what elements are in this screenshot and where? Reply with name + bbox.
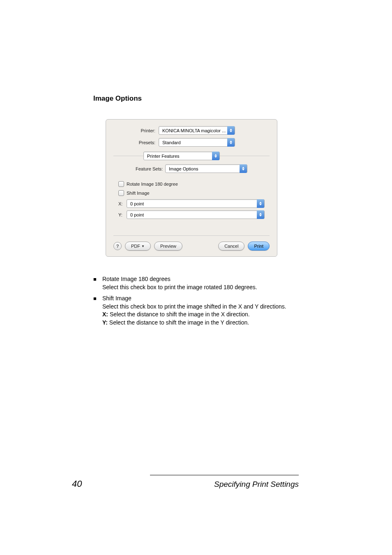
divider-line — [220, 156, 270, 156]
rotate-checkbox-label: Rotate Image 180 degree — [127, 182, 178, 187]
bullet-title: Shift Image — [102, 295, 299, 303]
bullet-desc: X: Select the distance to shift the imag… — [102, 311, 299, 319]
stepper-arrows-icon — [227, 138, 235, 147]
presets-select-text: Standard — [159, 140, 227, 145]
cancel-button-label: Cancel — [224, 244, 238, 249]
bullet-desc: Y: Select the distance to shift the imag… — [102, 319, 299, 327]
bullet-item: ■ Shift Image Select this check box to p… — [93, 295, 299, 327]
pane-select[interactable]: Printer Features — [143, 152, 220, 160]
print-button[interactable]: Print — [248, 242, 270, 251]
bold-prefix: X: — [102, 311, 110, 318]
stepper-arrows-icon — [257, 199, 264, 208]
pdf-button[interactable]: PDF ▼ — [125, 242, 151, 251]
bullet-marker-icon: ■ — [93, 295, 102, 327]
presets-select[interactable]: Standard — [159, 138, 235, 147]
bullet-body: Rotate Image 180 degrees Select this che… — [102, 275, 299, 291]
footer-section-title: Specifying Print Settings — [214, 480, 299, 489]
y-select-text: 0 point — [127, 212, 257, 217]
stepper-arrows-icon — [227, 126, 235, 135]
divider-line — [113, 235, 270, 236]
presets-row: Presets: Standard — [113, 138, 270, 147]
x-select-text: 0 point — [127, 201, 257, 206]
shift-checkbox[interactable] — [118, 190, 124, 196]
rotate-checkbox[interactable] — [118, 181, 124, 187]
section-heading: Image Options — [93, 94, 299, 103]
bullet-item: ■ Rotate Image 180 degrees Select this c… — [93, 275, 299, 291]
button-row: ? PDF ▼ Preview Cancel Print — [113, 242, 270, 251]
bullet-desc: Select this check box to print the image… — [102, 303, 299, 311]
desc-text: Select the distance to shift the image i… — [109, 319, 249, 326]
shift-checkbox-label: Shift Image — [127, 191, 150, 196]
feature-sets-label: Feature Sets: — [136, 166, 163, 171]
footer-row: 40 Specifying Print Settings — [72, 479, 299, 489]
y-select[interactable]: 0 point — [127, 210, 265, 219]
help-button[interactable]: ? — [113, 242, 122, 250]
stepper-arrows-icon — [212, 152, 219, 160]
bold-prefix: Y: — [102, 319, 109, 326]
x-select[interactable]: 0 point — [127, 199, 265, 208]
printer-label: Printer: — [113, 128, 159, 133]
page-number: 40 — [72, 479, 82, 489]
preview-button-label: Preview — [160, 244, 176, 249]
bullet-list: ■ Rotate Image 180 degrees Select this c… — [93, 275, 299, 327]
y-row: Y: 0 point — [118, 210, 265, 219]
bullet-body: Shift Image Select this check box to pri… — [102, 295, 299, 327]
x-label: X: — [118, 201, 124, 206]
options-group: Rotate Image 180 degree Shift Image X: 0… — [113, 179, 270, 225]
x-row: X: 0 point — [118, 199, 265, 208]
presets-label: Presets: — [113, 140, 159, 145]
divider-line — [113, 156, 143, 156]
print-dialog: Printer: KONICA MINOLTA magicolor ... Pr… — [106, 119, 277, 257]
pane-divider-row: Printer Features — [113, 152, 270, 160]
pdf-button-label: PDF — [131, 244, 140, 249]
stepper-arrows-icon — [240, 164, 247, 173]
bullet-desc: Select this check box to print the image… — [102, 283, 299, 292]
pane-select-text: Printer Features — [144, 154, 212, 159]
y-label: Y: — [118, 212, 124, 217]
shift-checkbox-row: Shift Image — [118, 190, 265, 196]
print-button-label: Print — [254, 244, 263, 249]
cancel-button[interactable]: Cancel — [218, 242, 244, 251]
desc-text: Select the distance to shift the image i… — [110, 311, 250, 318]
stepper-arrows-icon — [257, 210, 264, 219]
page-footer: 40 Specifying Print Settings — [72, 475, 299, 489]
feature-sets-row: Feature Sets: Image Options — [113, 164, 270, 173]
printer-row: Printer: KONICA MINOLTA magicolor ... — [113, 126, 270, 135]
bullet-title: Rotate Image 180 degrees — [102, 275, 299, 283]
printer-select-text: KONICA MINOLTA magicolor ... — [159, 128, 227, 133]
feature-sets-select-text: Image Options — [166, 166, 240, 171]
feature-sets-select[interactable]: Image Options — [165, 164, 247, 173]
preview-button[interactable]: Preview — [154, 242, 182, 251]
printer-select[interactable]: KONICA MINOLTA magicolor ... — [159, 126, 235, 135]
rotate-checkbox-row: Rotate Image 180 degree — [118, 181, 265, 187]
footer-rule — [150, 475, 299, 475]
chevron-down-icon: ▼ — [141, 244, 145, 248]
bullet-marker-icon: ■ — [93, 275, 102, 291]
